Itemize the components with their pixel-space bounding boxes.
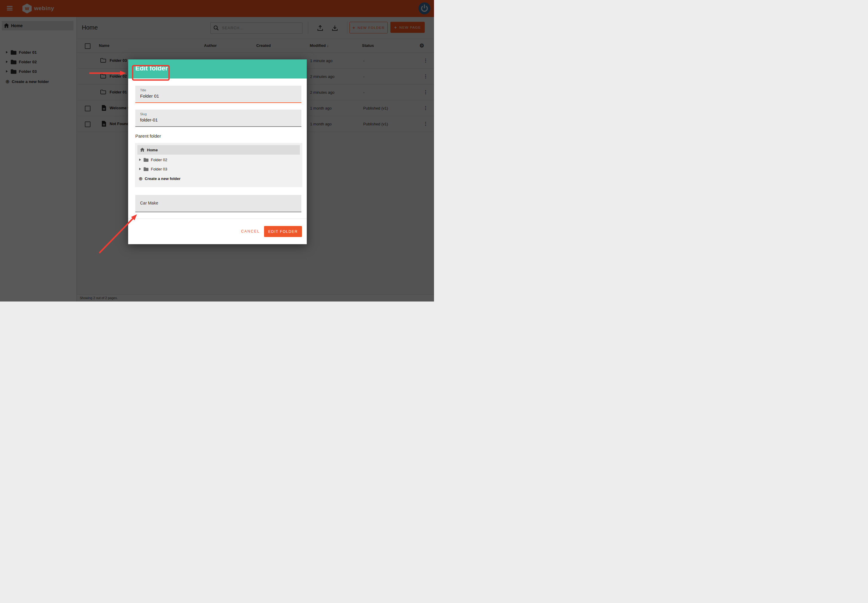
- cancel-button[interactable]: CANCEL: [239, 226, 262, 237]
- slug-field-label: Slug: [140, 112, 147, 116]
- tree-create-folder-button[interactable]: ⊕ Create a new folder: [137, 174, 300, 183]
- webiny-admin-page: { "topbar": { "brand": "webiny", "logo_l…: [0, 0, 434, 302]
- tree-item-folder-03[interactable]: Folder 03: [137, 164, 300, 173]
- car-make-select-field[interactable]: Car Make: [135, 195, 301, 212]
- tree-item-folder-02[interactable]: Folder 02: [137, 155, 300, 164]
- dialog-header: Edit folder: [128, 59, 307, 79]
- edit-folder-dialog: Edit folder Title Folder 01 Slug folder-…: [128, 59, 307, 244]
- home-icon: [140, 148, 144, 152]
- title-field[interactable]: Title Folder 01: [135, 86, 301, 103]
- chevron-right-icon: [139, 159, 141, 161]
- slug-field-value: folder-01: [140, 118, 158, 122]
- title-field-label: Title: [140, 88, 146, 92]
- car-make-label: Car Make: [140, 201, 158, 206]
- folder-icon: [143, 158, 149, 162]
- tree-item-home[interactable]: Home: [137, 145, 300, 155]
- edit-folder-submit-button[interactable]: EDIT FOLDER: [264, 226, 302, 237]
- circle-plus-icon: ⊕: [139, 176, 143, 181]
- title-field-value: Folder 01: [140, 93, 159, 99]
- slug-field[interactable]: Slug folder-01: [135, 110, 301, 127]
- chevron-right-icon: [139, 168, 141, 170]
- parent-folder-heading: Parent folder: [135, 133, 161, 139]
- folder-icon: [143, 167, 149, 172]
- parent-folder-tree: Home Folder 02 Folder 03 ⊕ Create a new …: [135, 143, 302, 187]
- dialog-footer-divider: [128, 218, 307, 219]
- dialog-title: Edit folder: [135, 65, 168, 72]
